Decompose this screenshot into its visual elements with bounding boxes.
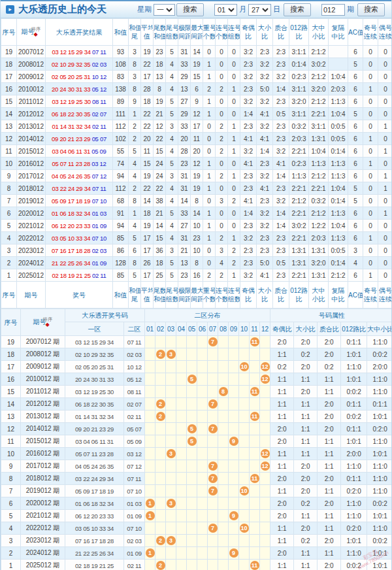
- back-numbers-cell: 02 03: [124, 348, 145, 361]
- zone-cell: [155, 460, 166, 473]
- stat-cell: 0: [363, 257, 378, 269]
- zone-cell: [155, 336, 166, 348]
- stat-cell: 0: [203, 195, 216, 207]
- stat-cell: 31: [178, 170, 191, 182]
- sort-control[interactable]: 排序◆: [42, 317, 53, 327]
- title-bar: ▸ 大乐透历史上的今天 星期 一 搜索 01 月 27 日 搜索 期 搜索: [1, 0, 391, 18]
- stat-cell: 2: [216, 120, 228, 133]
- stat-cell: 0:1:4: [329, 145, 348, 158]
- seq-cell: 13: [1, 120, 17, 133]
- stat-cell: 1: [203, 207, 216, 220]
- zone-cell: [239, 510, 250, 522]
- attr-cell: 2:0: [318, 348, 341, 361]
- zone-cell: [155, 522, 166, 535]
- attr-cell: 1:1: [270, 560, 294, 570]
- column-header: 012路比: [289, 282, 309, 309]
- zone-cell: 11: [250, 386, 260, 398]
- stat-cell: 3:2: [257, 120, 273, 133]
- attr-cell: 1:0:1: [367, 560, 392, 570]
- stat-cell: 3:1:1: [289, 83, 309, 95]
- attr-cell: 2:0: [318, 560, 341, 570]
- zone-cell: [155, 473, 166, 485]
- back-numbers: 01 09: [92, 260, 106, 267]
- date-search-button[interactable]: 搜索: [284, 3, 311, 16]
- day-select[interactable]: 27: [248, 4, 271, 16]
- zone-cell: [187, 522, 197, 535]
- stat-cell: 21: [178, 244, 191, 257]
- issue-cell: 2025012: [17, 269, 46, 282]
- back-numbers: 01 03: [92, 210, 106, 217]
- stat-cell: 0: [228, 182, 240, 195]
- stat-cell: 2:3: [240, 244, 257, 257]
- month-label: 月: [239, 5, 246, 14]
- back-numbers-cell: 07 10: [124, 522, 145, 535]
- stat-cell: 18: [141, 207, 154, 220]
- back-numbers: 07 11: [92, 48, 106, 56]
- stat-cell: 1:1:3: [329, 232, 348, 244]
- result-row: 8201801203 22 24 29 34 07 11112222224311…: [1, 182, 392, 195]
- month-select[interactable]: 01: [214, 4, 237, 16]
- zone-cell: [239, 373, 250, 386]
- stat-cell: 13: [154, 71, 166, 83]
- stat-cell: 68: [113, 195, 129, 207]
- sort-control[interactable]: 排序◆: [31, 27, 41, 37]
- issue-cell: 2021012: [17, 220, 46, 232]
- zone-cell: [155, 386, 166, 398]
- zone-cell: [197, 497, 208, 510]
- zone-row: 162010012 期20 24 30 31 3305 125121:11:11…: [1, 373, 392, 386]
- column-header: 奇号连续: [363, 282, 378, 309]
- stat-cell: 6: [348, 133, 363, 145]
- front-numbers-cell: 07 16 17 18 28: [65, 535, 124, 547]
- attr-cell: 1:1:0: [367, 386, 392, 398]
- draw-numbers-cell: 03 05 10 33 34 07 10: [46, 232, 113, 244]
- column-header: 最大间距: [191, 282, 203, 309]
- attr-cell: 1:1: [318, 435, 341, 448]
- stat-cell: 2:3: [273, 269, 289, 282]
- column-header-zone-num: 09: [229, 322, 239, 336]
- back-numbers: 07 10: [92, 235, 106, 242]
- zone-cell: [145, 522, 155, 535]
- stat-cell: 0:2:3: [289, 158, 309, 170]
- stat-cell: 19: [141, 220, 154, 232]
- back-numbers: 02 03: [92, 61, 106, 68]
- column-header: 期号: [17, 282, 46, 309]
- front-numbers-cell: 01 14 31 32 34: [65, 411, 124, 423]
- stat-cell: 3:2: [240, 145, 257, 158]
- issue-search-button[interactable]: 搜索: [357, 3, 385, 16]
- zone-cell: [218, 510, 229, 522]
- stat-cell: 8: [129, 195, 141, 207]
- zone-row: 62020012 期01 06 18 32 3401 03132:00:22:0…: [1, 497, 392, 510]
- issue-cell: 2014012 期: [21, 423, 65, 435]
- column-header: 尾号组数: [166, 282, 178, 309]
- zone-cell: [260, 473, 270, 485]
- zone-cell: [229, 485, 239, 497]
- zone-row: 32023012 期07 16 17 18 2802 03231:10:22:0…: [1, 535, 392, 547]
- issue-cell: 2019012 期: [21, 485, 65, 497]
- zone-row: 12025012 期02 18 19 21 2502 112111:11:12:…: [1, 560, 392, 570]
- front-numbers: 01 06 18 32 34: [52, 210, 90, 217]
- seq-cell: 13: [1, 411, 21, 423]
- stat-cell: 15: [154, 145, 166, 158]
- zone-ball: 2: [156, 399, 165, 409]
- back-numbers: 05 12: [92, 86, 106, 93]
- zone-cell: [260, 547, 270, 560]
- week-search-button[interactable]: 搜索: [176, 3, 204, 16]
- column-header: 大小比: [257, 282, 273, 309]
- stat-cell: 3:2: [257, 220, 273, 232]
- zone-cell: [239, 547, 250, 560]
- seq-cell: 16: [1, 373, 21, 386]
- zone-row: 82018012 期03 22 24 29 3407 117112:02:02:…: [1, 473, 392, 485]
- issue-input[interactable]: [321, 4, 345, 16]
- zone-cell: [229, 535, 239, 547]
- stat-cell: 0: [216, 46, 228, 58]
- draw-numbers-cell: 05 09 17 18 19 07 10: [46, 195, 113, 207]
- zone-cell: [250, 448, 260, 460]
- seq-cell: 18: [1, 348, 21, 361]
- attr-cell: 1:1: [270, 460, 294, 473]
- week-select[interactable]: 一: [154, 4, 175, 16]
- back-numbers-cell: 05 07: [124, 423, 145, 435]
- stat-cell: 0: [203, 257, 216, 269]
- attr-cell: 1:1: [318, 373, 341, 386]
- draw-numbers-cell: 05 07 11 23 28 03 12: [46, 158, 113, 170]
- front-numbers-cell: 04 05 24 26 35: [65, 460, 124, 473]
